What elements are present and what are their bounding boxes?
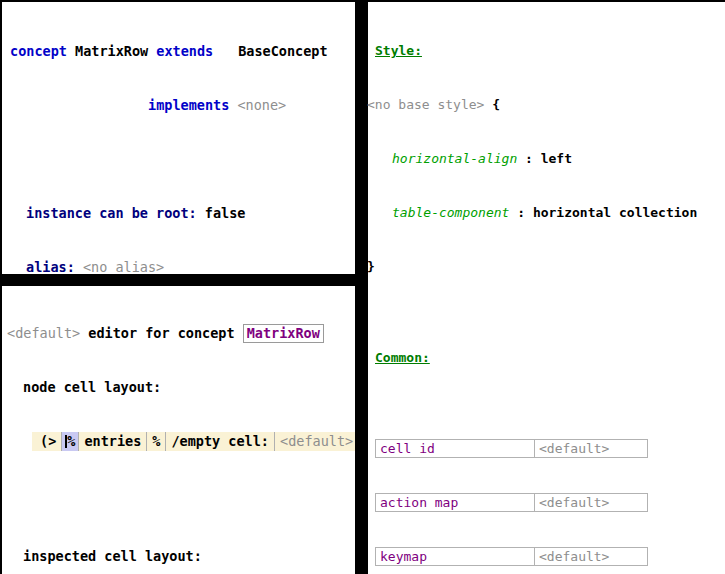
extends-keyword: extends <box>156 43 213 59</box>
style-close-brace: } <box>366 258 725 276</box>
concept-keyword: concept <box>10 43 67 59</box>
implements-keyword: implements <box>148 97 237 113</box>
base-style-line: <no base style> { <box>366 96 725 114</box>
blank-line <box>10 150 355 168</box>
style-open-brace: { <box>484 97 500 112</box>
percent-marker-cell[interactable]: % <box>146 432 165 451</box>
concept-declaration-line: concept MatrixRow extendsBaseConcept <box>10 42 355 60</box>
alias-line: alias: <no alias> <box>10 258 355 274</box>
style-prop-separator: : <box>509 205 532 220</box>
inspector-panel: Style: <no base style> { horizontal-alig… <box>366 0 725 574</box>
alias-label: alias: <box>26 259 83 274</box>
editor-default-tag-cell[interactable]: <default> <box>7 325 80 341</box>
panel-divider-horizontal <box>0 274 355 286</box>
editor-for-concept-label: editor for concept <box>80 325 243 341</box>
style-prop-line: horizontal-align : left <box>366 150 725 168</box>
percent-marker: % <box>67 433 75 449</box>
row-label: cell id <box>375 439 535 458</box>
style-prop-name: horizontal-align <box>392 151 517 166</box>
concept-name-cell[interactable]: MatrixRow <box>67 43 156 59</box>
node-cell-layout-label: node cell layout: <box>7 378 355 396</box>
style-section-header: Style: <box>375 43 422 58</box>
table-row: action map <default> <box>375 493 725 512</box>
style-section-line: Style: <box>366 42 725 60</box>
table-row: cell id <default> <box>375 439 725 458</box>
style-prop-name: table-component <box>392 205 509 220</box>
table-row: keymap <default> <box>375 547 725 566</box>
implements-value-cell[interactable]: <none> <box>237 97 286 113</box>
empty-cell-value[interactable]: <default> <box>274 432 355 451</box>
editor-definition-panel: <default> editor for concept MatrixRow n… <box>2 286 355 574</box>
instance-root-label: instance can be root: <box>26 205 205 221</box>
collection-open-cell[interactable]: (> <box>32 432 61 451</box>
row-value-cell[interactable]: <default> <box>534 547 648 566</box>
base-style-cell[interactable]: <no base style> <box>367 97 484 112</box>
common-table: cell id <default> action map <default> k… <box>375 403 725 574</box>
editor-concept-ref-cell[interactable]: MatrixRow <box>243 324 324 343</box>
editor-declaration-line: <default> editor for concept MatrixRow <box>7 324 355 342</box>
row-value-cell[interactable]: <default> <box>534 493 648 512</box>
ref-node-marker-cell-selected[interactable]: % <box>61 432 78 451</box>
structure-editor-panel: concept MatrixRow extendsBaseConcept imp… <box>2 2 355 274</box>
blank-line <box>7 487 355 505</box>
ref-node-link-cell[interactable]: entries <box>78 432 146 451</box>
inspected-cell-layout-label: inspected cell layout: <box>7 547 355 565</box>
row-label: action map <box>375 493 535 512</box>
row-label: keymap <box>375 547 535 566</box>
row-value-cell[interactable]: <default> <box>534 439 648 458</box>
empty-cell-label[interactable]: /empty cell: <box>165 432 274 451</box>
style-prop-separator: : <box>517 151 540 166</box>
style-prop-value-cell[interactable]: left <box>541 151 572 166</box>
instance-root-value-cell[interactable]: false <box>205 205 246 221</box>
style-prop-line: table-component : horizontal collection <box>366 204 725 222</box>
common-section-header: Common: <box>375 350 430 365</box>
instance-root-line: instance can be root: false <box>10 204 355 222</box>
implements-line: implements <none> <box>10 96 355 114</box>
style-prop-value-cell[interactable]: horizontal collection <box>533 205 697 220</box>
common-section-line: Common: <box>366 349 725 367</box>
extends-value-cell[interactable]: BaseConcept <box>238 43 327 59</box>
node-cell-layout-row: (>%entries%/empty cell:<default><) <box>32 432 355 451</box>
alias-value-cell[interactable]: <no alias> <box>83 259 164 274</box>
